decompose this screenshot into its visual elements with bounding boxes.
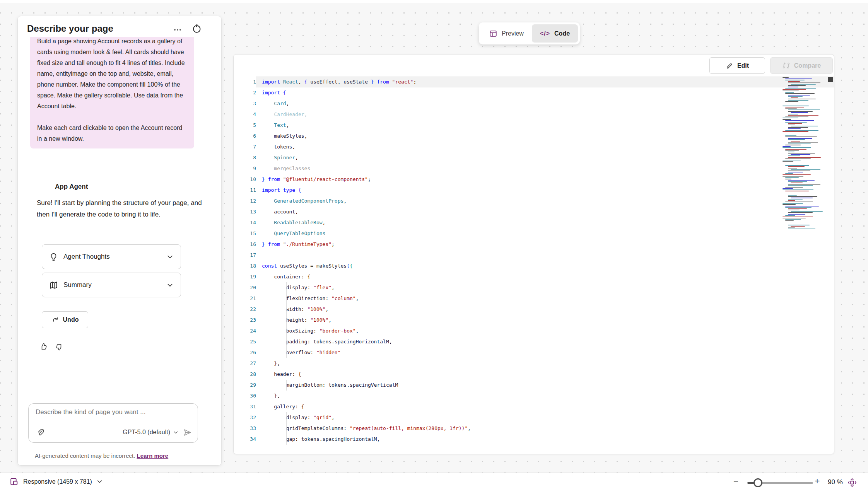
minimap-line — [785, 165, 809, 166]
minimap-line — [788, 157, 821, 158]
code-line[interactable]: 27 }, — [234, 358, 834, 369]
line-number: 28 — [234, 369, 256, 380]
code-line[interactable]: 19 container: { — [234, 271, 834, 282]
code-line[interactable]: 3 Card, — [234, 98, 834, 109]
fit-to-screen-button[interactable] — [847, 478, 857, 488]
minimap-line — [788, 172, 803, 172]
zoom-out-button[interactable]: − — [733, 476, 738, 486]
minimap-line — [788, 195, 797, 196]
thumbs-up-button[interactable] — [38, 341, 50, 353]
page-description-input[interactable] — [36, 408, 191, 416]
scrollbar-thumb[interactable] — [828, 77, 833, 82]
minimap-line — [788, 180, 815, 181]
minimap-line — [783, 106, 809, 106]
zoom-in-button[interactable]: + — [815, 476, 820, 486]
line-number: 1 — [234, 77, 256, 87]
code-line[interactable]: 10} from "@fluentui/react-components"; — [234, 174, 834, 185]
code-line[interactable]: 32 display: "grid", — [234, 412, 834, 423]
agent-thoughts-expander[interactable]: Agent Thoughts — [42, 244, 181, 269]
minimap-line — [783, 160, 801, 160]
indent-guide — [274, 228, 274, 239]
thumbs-up-icon — [39, 342, 48, 351]
code-line[interactable]: 26 overflow: "hidden" — [234, 347, 834, 358]
indent-guide — [286, 434, 287, 445]
code-line[interactable]: 34 gap: tokens.spacingHorizontalM, — [234, 434, 834, 445]
chevron-down-icon — [96, 478, 103, 485]
more-options-button[interactable] — [171, 23, 184, 36]
thumbs-down-button[interactable] — [53, 341, 65, 353]
code-line[interactable]: 30 }, — [234, 391, 834, 401]
code-line[interactable]: 8 Spinner, — [234, 152, 834, 163]
minimap-line — [791, 126, 818, 126]
code-line[interactable]: 5 Text, — [234, 120, 834, 131]
minimap-line — [785, 207, 812, 208]
indent-guide — [274, 98, 274, 109]
compare-button[interactable]: Compare — [770, 57, 833, 74]
minimap-line — [783, 77, 789, 78]
code-line[interactable]: 11import type { — [234, 185, 834, 196]
indent-guide — [274, 336, 274, 347]
code-line[interactable]: 14 ReadableTableRow, — [234, 217, 834, 228]
code-icon: </> — [540, 30, 550, 37]
code-line[interactable]: 28 header: { — [234, 369, 834, 380]
code-line[interactable]: 20 display: "flex", — [234, 282, 834, 293]
code-line[interactable]: 23 height: "100%", — [234, 315, 834, 326]
model-selector[interactable]: GPT-5.0 (default) — [123, 429, 179, 436]
code-line[interactable]: 6 makeStyles, — [234, 131, 834, 142]
minimap-line — [783, 217, 813, 217]
code-line[interactable]: 29 marginBottom: tokens.spacingVerticalM — [234, 380, 834, 391]
undo-button[interactable]: Undo — [42, 311, 88, 328]
indent-guide — [286, 423, 287, 434]
tab-preview[interactable]: Preview — [481, 24, 532, 43]
minimap-line — [791, 198, 813, 198]
code-line[interactable]: 33 gridTemplateColumns: "repeat(auto-fil… — [234, 423, 834, 434]
code-line[interactable]: 9 mergeClasses — [234, 163, 834, 174]
expander-label: Agent Thoughts — [63, 253, 110, 261]
indent-guide — [286, 380, 287, 391]
minimap-line — [788, 208, 807, 209]
code-line[interactable]: 4 CardHeader, — [234, 109, 834, 120]
minimap-line — [783, 203, 803, 204]
attach-button[interactable] — [35, 427, 46, 438]
responsive-selector[interactable]: Responsive (1459 x 781) — [9, 477, 103, 486]
minimap-line — [785, 101, 798, 102]
code-line[interactable]: 15 QueryTableOptions — [234, 228, 834, 239]
minimap[interactable] — [783, 77, 827, 230]
indent-guide — [274, 206, 274, 217]
minimap-line — [785, 150, 799, 151]
code-line[interactable]: 12 GeneratedComponentProps, — [234, 196, 834, 206]
indent-guide — [274, 163, 274, 174]
code-editor[interactable]: 1import React, { useEffect, useState } f… — [234, 77, 834, 454]
ai-disclaimer: AI-generated content may be incorrect. L… — [35, 452, 168, 459]
minimap-line — [785, 120, 814, 121]
minimap-line — [785, 187, 803, 188]
code-line[interactable]: 25 padding: tokens.spacingHorizontalM, — [234, 336, 834, 347]
code-line[interactable]: 21 flexDirection: "column", — [234, 293, 834, 304]
code-line[interactable]: 22 width: "100%", — [234, 304, 834, 315]
code-line[interactable]: 1import React, { useEffect, useState } f… — [234, 77, 834, 87]
code-line[interactable]: 18const useStyles = makeStyles({ — [234, 261, 834, 271]
map-icon — [49, 281, 58, 290]
disclaimer-text: AI-generated content may be incorrect. — [35, 452, 137, 459]
send-button[interactable] — [183, 428, 192, 437]
tab-code[interactable]: </> Code — [532, 24, 578, 43]
restart-button[interactable] — [190, 22, 203, 36]
code-line[interactable]: 16} from "./RuntimeTypes"; — [234, 239, 834, 250]
summary-expander[interactable]: Summary — [42, 273, 181, 297]
learn-more-link[interactable]: Learn more — [137, 452, 168, 459]
minimap-line — [788, 142, 818, 143]
fit-screen-icon — [847, 478, 857, 488]
minimap-line — [791, 169, 820, 170]
indent-guide — [274, 304, 274, 315]
code-line[interactable]: 13 account, — [234, 206, 834, 217]
indent-guide — [286, 293, 287, 304]
zoom-slider-thumb[interactable] — [754, 478, 762, 487]
code-line[interactable]: 24 boxSizing: "border-box", — [234, 326, 834, 336]
minimap-line — [785, 149, 806, 150]
edit-button[interactable]: Edit — [709, 57, 765, 74]
code-line[interactable]: 2import { — [234, 87, 834, 98]
code-line[interactable]: 7 tokens, — [234, 142, 834, 152]
code-line[interactable]: 17 — [234, 250, 834, 261]
line-number: 13 — [234, 206, 256, 217]
code-line[interactable]: 31 gallery: { — [234, 401, 834, 412]
